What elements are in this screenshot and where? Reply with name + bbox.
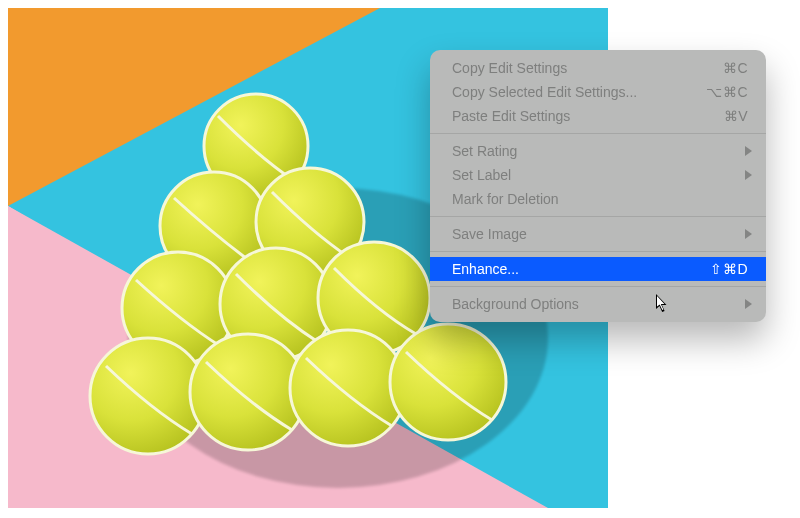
menu-item-shortcut: ⌘V	[724, 108, 748, 124]
svg-point-19	[90, 338, 206, 454]
menu-item-save-image[interactable]: Save Image	[430, 222, 766, 246]
menu-item-shortcut: ⇧⌘D	[710, 261, 748, 277]
menu-separator	[430, 286, 766, 287]
menu-separator	[430, 133, 766, 134]
menu-item-label: Set Rating	[452, 143, 517, 159]
menu-item-label: Background Options	[452, 296, 579, 312]
menu-separator	[430, 216, 766, 217]
svg-point-20	[190, 334, 306, 450]
menu-item-shortcut: ⌘C	[723, 60, 748, 76]
menu-item-set-rating[interactable]: Set Rating	[430, 139, 766, 163]
menu-item-mark-for-deletion[interactable]: Mark for Deletion	[430, 187, 766, 211]
menu-item-copy-selected-edit-settings[interactable]: Copy Selected Edit Settings... ⌥⌘C	[430, 80, 766, 104]
menu-item-copy-edit-settings[interactable]: Copy Edit Settings ⌘C	[430, 56, 766, 80]
menu-item-label: Paste Edit Settings	[452, 108, 570, 124]
menu-separator	[430, 251, 766, 252]
menu-item-enhance[interactable]: Enhance... ⇧⌘D	[430, 257, 766, 281]
menu-item-set-label[interactable]: Set Label	[430, 163, 766, 187]
menu-item-shortcut: ⌥⌘C	[706, 84, 748, 100]
menu-item-label: Enhance...	[452, 261, 519, 277]
svg-point-21	[290, 330, 406, 446]
menu-item-label: Save Image	[452, 226, 527, 242]
svg-point-22	[390, 324, 506, 440]
menu-item-label: Copy Edit Settings	[452, 60, 567, 76]
menu-item-background-options[interactable]: Background Options	[430, 292, 766, 316]
menu-item-label: Mark for Deletion	[452, 191, 559, 207]
menu-item-label: Copy Selected Edit Settings...	[452, 84, 637, 100]
menu-item-label: Set Label	[452, 167, 511, 183]
context-menu[interactable]: Copy Edit Settings ⌘C Copy Selected Edit…	[430, 50, 766, 322]
menu-item-paste-edit-settings[interactable]: Paste Edit Settings ⌘V	[430, 104, 766, 128]
